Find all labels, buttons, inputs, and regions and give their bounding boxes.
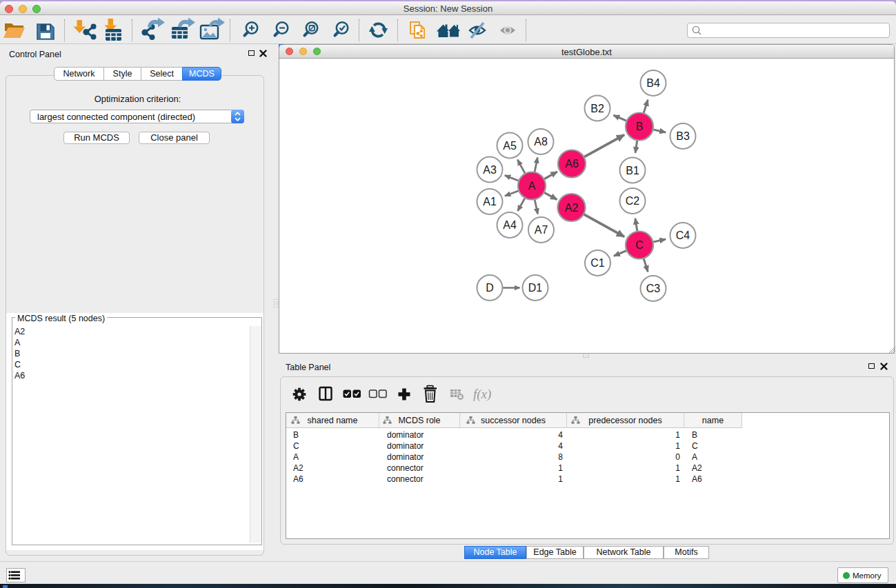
svg-text:A7: A7 (535, 224, 548, 236)
svg-text:B4: B4 (646, 77, 660, 89)
svg-text:B2: B2 (590, 103, 604, 114)
svg-text:B3: B3 (676, 130, 690, 142)
svg-text:A3: A3 (483, 164, 497, 176)
svg-text:D: D (486, 282, 494, 294)
svg-text:C4: C4 (676, 230, 690, 241)
svg-text:C: C (635, 239, 644, 251)
svg-text:A4: A4 (503, 219, 517, 231)
svg-text:A8: A8 (534, 136, 548, 148)
svg-text:A5: A5 (503, 140, 517, 152)
svg-text:C1: C1 (590, 257, 605, 269)
svg-text:B: B (636, 121, 644, 132)
svg-text:A: A (528, 180, 536, 192)
svg-text:D1: D1 (528, 282, 543, 294)
svg-text:B1: B1 (626, 165, 639, 176)
svg-text:A1: A1 (483, 196, 497, 207)
svg-text:f(x): f(x) (473, 387, 491, 402)
svg-text:C3: C3 (646, 283, 661, 294)
svg-text:C2: C2 (626, 195, 640, 207)
svg-text:A2: A2 (565, 202, 579, 214)
svg-text:A6: A6 (565, 158, 579, 170)
